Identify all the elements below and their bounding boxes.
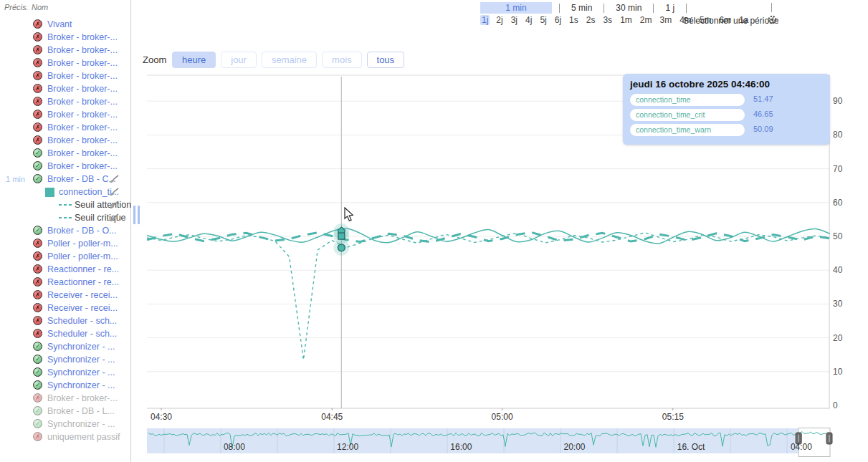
quick-range[interactable]: 1j xyxy=(480,15,490,25)
sidebar-row[interactable]: ✓ Synchronizer - ... xyxy=(0,418,130,430)
sidebar-row[interactable]: ✗ Scheduler - sch... xyxy=(0,314,130,327)
sidebar-row[interactable]: ✓ Synchronizer - ... xyxy=(0,340,130,353)
status-down-icon: ✗ xyxy=(33,239,42,248)
navigator-label: 08:00 xyxy=(224,442,245,452)
sidebar-row-label: Reactionner - re... xyxy=(47,263,119,276)
zoom-button-tous[interactable]: tous xyxy=(367,52,405,68)
zoom-button-heure[interactable]: heure xyxy=(172,52,216,68)
status-down-icon: ✗ xyxy=(33,58,42,67)
sidebar-row[interactable]: ✓ Broker - DB - O... xyxy=(0,224,130,237)
navigator-handle-right[interactable] xyxy=(826,433,832,444)
gear-icon[interactable] xyxy=(767,14,778,28)
tooltip-row: connection_time_warn 50.09 xyxy=(630,124,823,139)
sidebar-resize-handle[interactable] xyxy=(133,206,140,224)
sidebar-row[interactable]: ✗ Broker - broker-... xyxy=(0,121,130,134)
sidebar-row-label: Broker - broker-... xyxy=(47,134,118,147)
chart-tooltip: jeudi 16 octobre 2025 04:46:00 connectio… xyxy=(623,74,830,145)
period-tab[interactable]: 1 j xyxy=(661,2,679,14)
status-ok-icon: ✓ xyxy=(33,380,42,390)
sidebar-row[interactable]: ✗ Poller - poller-m... xyxy=(0,250,130,263)
tooltip-row: connection_time_crit 46.65 xyxy=(630,109,823,124)
sidebar-row-label: Broker - broker-... xyxy=(47,31,118,44)
sidebar-row[interactable]: ✓ Broker - broker-... xyxy=(0,160,130,173)
quick-range[interactable]: 2j xyxy=(495,15,504,25)
sidebar-row[interactable]: ✗ Broker - broker-... xyxy=(0,95,130,108)
sidebar-row[interactable]: ✓ Broker - DB - L... xyxy=(0,405,130,418)
sidebar-row-label: Scheduler - sch... xyxy=(47,314,117,327)
sidebar-row-label: Synchronizer - ... xyxy=(47,353,115,366)
status-ok-icon: ✓ xyxy=(33,226,42,235)
sidebar-row[interactable]: ✗ Broker - broker-... xyxy=(0,134,130,147)
sidebar-row[interactable]: ✓ Synchronizer - ... xyxy=(0,353,130,366)
sidebar-row[interactable]: ✗ Broker - broker-... xyxy=(0,31,130,44)
sidebar-row[interactable]: ✗ Receiver - recei... xyxy=(0,289,130,302)
column-header-precision: Précis. xyxy=(4,3,29,11)
sidebar-row[interactable]: ✗ Vivant xyxy=(0,18,130,31)
sidebar-row-label: Broker - broker-... xyxy=(47,108,118,121)
sidebar-row[interactable]: Seuil attention xyxy=(0,198,130,211)
status-down-icon: ✗ xyxy=(33,251,42,261)
status-down-icon: ✗ xyxy=(33,303,42,312)
quick-range[interactable]: 1s xyxy=(568,15,580,25)
sidebar-row[interactable]: ✗ Broker - broker-... xyxy=(0,57,130,69)
quick-range[interactable]: 3s xyxy=(601,15,614,25)
quick-range[interactable]: 6j xyxy=(553,15,563,25)
quick-range[interactable]: 5j xyxy=(538,15,548,25)
quick-range[interactable]: 2m xyxy=(639,15,654,25)
tooltip-metric-value: 51.47 xyxy=(753,95,773,103)
sidebar-row[interactable]: ✓ Broker - broker-... xyxy=(0,147,130,160)
period-tab[interactable]: 5 min xyxy=(567,2,596,14)
quick-range[interactable]: 2s xyxy=(585,15,597,25)
timeline-navigator[interactable] xyxy=(147,428,832,458)
toolbar-separator xyxy=(653,4,654,13)
navigator-label: 20:00 xyxy=(564,442,586,452)
sidebar-row[interactable]: ✗ Broker - broker-... xyxy=(0,108,130,121)
sidebar-row-label: uniquement passif xyxy=(47,430,120,443)
period-tab[interactable]: 1 min xyxy=(480,2,552,14)
zoom-buttons: heurejoursemainemoistous xyxy=(172,52,404,68)
sidebar-row[interactable]: ✗ Broker - broker-... xyxy=(0,44,130,57)
sidebar-row[interactable]: ✗ Broker - broker-... xyxy=(0,82,130,95)
sidebar-row-label: Seuil attention xyxy=(75,198,131,211)
sidebar-row[interactable]: connection_ti... xyxy=(0,186,130,198)
sidebar-row[interactable]: ✓ Synchronizer - ... xyxy=(0,379,130,392)
sidebar-row-label: Broker - broker-... xyxy=(47,160,118,173)
tooltip-metric-value: 46.65 xyxy=(753,110,773,118)
quick-range[interactable]: 3m xyxy=(658,15,673,25)
y-axis-label: 80 xyxy=(833,130,852,140)
status-down-icon: ✗ xyxy=(33,316,42,325)
y-axis-label: 70 xyxy=(833,164,852,174)
status-ok-icon: ✓ xyxy=(33,342,42,351)
quick-range[interactable]: 4j xyxy=(524,15,533,25)
status-down-icon: ✗ xyxy=(33,19,42,29)
sidebar-row-label: Broker - broker-... xyxy=(47,95,118,108)
status-down-icon: ✗ xyxy=(33,122,42,132)
sidebar-row-label: Broker - broker-... xyxy=(47,121,118,134)
sidebar-row[interactable]: ✗ Broker - broker-... xyxy=(0,392,130,405)
sidebar-row[interactable]: ✗ Poller - poller-m... xyxy=(0,237,130,250)
sidebar-row[interactable]: ✗ Reactionner - re... xyxy=(0,276,130,289)
quick-range[interactable]: 1m xyxy=(619,15,634,25)
zoom-button-mois[interactable]: mois xyxy=(322,52,361,68)
zoom-button-semaine[interactable]: semaine xyxy=(262,52,317,68)
zoom-button-jour[interactable]: jour xyxy=(221,52,257,68)
sidebar-row[interactable]: ✗ Receiver - recei... xyxy=(0,302,130,314)
select-period-link[interactable]: Sélectionner une période xyxy=(683,16,778,26)
sidebar-row[interactable]: 1 min ✓ Broker - DB - C... xyxy=(0,173,130,186)
x-axis-label: 04:45 xyxy=(318,412,346,422)
sidebar-row[interactable]: ✓ Synchronizer - ... xyxy=(0,366,130,379)
sidebar-row[interactable]: ✗ Scheduler - sch... xyxy=(0,327,130,340)
toolbar-separator xyxy=(686,4,687,13)
status-ok-icon: ✓ xyxy=(33,161,42,170)
sidebar-row[interactable]: ✗ Broker - broker-... xyxy=(0,69,130,82)
period-tab[interactable]: 30 min xyxy=(611,2,646,14)
sidebar: Précis. Nom ✗ Vivant ✗ Broker - broker-.… xyxy=(0,0,131,462)
sidebar-row[interactable]: ✗ uniquement passif xyxy=(0,430,130,443)
y-axis-label: 40 xyxy=(833,265,852,275)
sidebar-row[interactable]: Seuil critique xyxy=(0,211,130,224)
status-ok-icon: ✓ xyxy=(33,148,42,158)
sidebar-row-label: Reactionner - re... xyxy=(47,276,119,289)
sidebar-row[interactable]: ✗ Reactionner - re... xyxy=(0,263,130,276)
row-period-label: 1 min xyxy=(6,173,25,186)
quick-range[interactable]: 3j xyxy=(510,15,519,25)
